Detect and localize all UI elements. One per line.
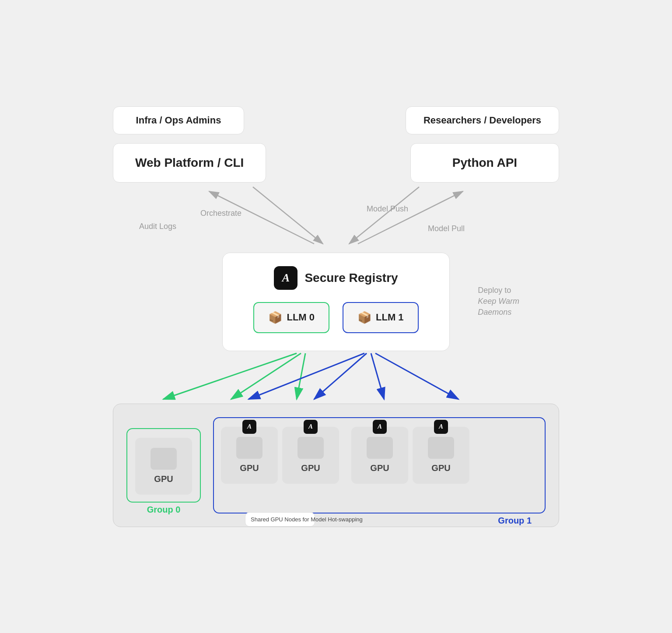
- llm0-label: LLM 0: [287, 312, 315, 323]
- llm0-icon: 📦: [268, 311, 282, 324]
- gpu-label-3: GPU: [370, 463, 389, 473]
- gpu-label-4: GPU: [431, 463, 450, 473]
- registry-header: A Secure Registry: [245, 266, 427, 290]
- gpu-label-2: GPU: [301, 463, 320, 473]
- gpu-label-1: GPU: [240, 463, 259, 473]
- deploy-line3: Daemons: [478, 308, 511, 317]
- llm1-icon: 📦: [357, 311, 371, 324]
- svg-line-12: [371, 353, 384, 399]
- llm1-label: LLM 1: [376, 312, 404, 323]
- user-types-row: Infra / Ops Admins Researchers / Develop…: [113, 106, 559, 134]
- svg-line-4: [358, 191, 463, 244]
- gpu-card-4: A GPU: [413, 427, 469, 484]
- registry-title: Secure Registry: [304, 271, 398, 285]
- svg-line-1: [253, 187, 323, 244]
- researchers-devs-label: Researchers / Developers: [424, 115, 541, 126]
- python-api-box: Python API: [410, 143, 559, 183]
- gpu-icon-3: [367, 437, 393, 459]
- artisan-badge-1: A: [242, 420, 256, 434]
- gpu-icon-2: [298, 437, 324, 459]
- group0-label: Group 0: [147, 505, 181, 515]
- svg-line-7: [163, 353, 297, 399]
- gpu-inner-layout: GPU Group 0 A GPU: [126, 417, 546, 513]
- artisan-badge-3: A: [373, 420, 387, 434]
- model-pull-label: Model Pull: [428, 224, 465, 233]
- gpu-card-3: A GPU: [351, 427, 408, 484]
- gpu-card-0: GPU: [135, 438, 192, 495]
- web-platform-label: Web Platform / CLI: [135, 156, 244, 169]
- artisan-badge-4: A: [434, 420, 448, 434]
- top-arrows-svg: [113, 183, 559, 253]
- artisan-badge-2: A: [304, 420, 318, 434]
- svg-line-9: [297, 353, 305, 399]
- gpu-icon-0: [150, 448, 177, 470]
- group1-label: Group 1: [498, 516, 532, 526]
- llm-row: 📦 LLM 0 📦 LLM 1: [245, 302, 427, 333]
- deploy-label: Deploy to Keep Warm Daemons: [478, 285, 519, 318]
- group0-box: GPU Group 0: [126, 428, 201, 503]
- llm0-box: 📦 LLM 0: [253, 302, 329, 333]
- shared-gpu-wrapper: A GPU A GPU Shared GPU Nodes for: [221, 427, 339, 506]
- audit-logs-label: Audit Logs: [139, 222, 176, 231]
- researchers-devs-box: Researchers / Developers: [406, 106, 559, 134]
- model-push-label: Model Push: [367, 204, 408, 214]
- gpu-icon-4: [428, 437, 454, 459]
- group1-box: A GPU A GPU Shared GPU Nodes for: [213, 417, 546, 513]
- deploy-line1: Deploy to: [478, 286, 511, 295]
- platform-row: Web Platform / CLI Python API: [113, 143, 559, 183]
- gpu-card-2: A GPU: [282, 427, 339, 484]
- gpu-outer-box: GPU Group 0 A GPU: [113, 404, 559, 527]
- artisan-logo-symbol: A: [282, 271, 290, 285]
- llm1-box: 📦 LLM 1: [343, 302, 419, 333]
- infra-ops-label: Infra / Ops Admins: [136, 115, 221, 126]
- registry-box: A Secure Registry 📦 LLM 0 📦 LLM 1 Deploy…: [222, 253, 450, 351]
- deploy-line2: Keep Warm: [478, 297, 519, 306]
- web-platform-box: Web Platform / CLI: [113, 143, 266, 183]
- orchestrate-label: Orchestrate: [200, 209, 242, 218]
- top-arrows-section: Orchestrate Audit Logs Model Push Model …: [113, 183, 559, 253]
- svg-line-13: [375, 353, 458, 399]
- artisan-logo-registry: A: [274, 266, 298, 290]
- python-api-label: Python API: [452, 156, 517, 169]
- gpu-icon-1: [236, 437, 262, 459]
- shared-gpu-label: Shared GPU Nodes for Model Hot-swapping: [245, 512, 315, 527]
- infra-ops-box: Infra / Ops Admins: [113, 106, 244, 134]
- mid-arrows-svg: [113, 351, 559, 404]
- svg-line-11: [314, 353, 367, 399]
- svg-line-3: [349, 187, 419, 244]
- registry-section: A Secure Registry 📦 LLM 0 📦 LLM 1 Deploy…: [113, 253, 559, 351]
- diagram-container: Infra / Ops Admins Researchers / Develop…: [95, 89, 577, 545]
- mid-arrows-section: [113, 351, 559, 404]
- gpu-label-0: GPU: [154, 474, 173, 484]
- gpu-card-1: A GPU: [221, 427, 278, 484]
